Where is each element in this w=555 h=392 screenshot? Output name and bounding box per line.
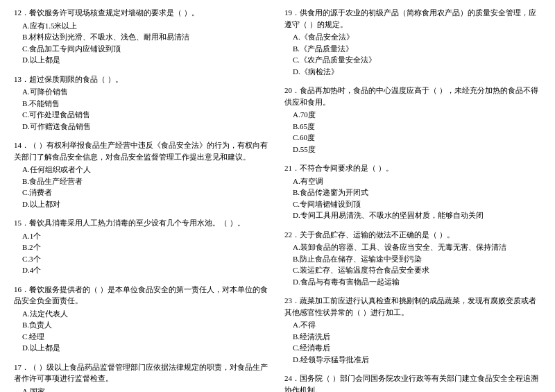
question-13-option-a: A.可降价销售: [14, 86, 271, 98]
question-16-option-b: B.负责人: [14, 319, 271, 331]
question-16: 16．餐饮服务提供者的（ ）是本单位食品安全的第一责任人，对本单位的食品安全负全…: [14, 284, 271, 354]
question-19: 19．供食用的源于农业的初级产品（简称食用农产品）的质量安全管理，应遵守（ ）的…: [284, 7, 541, 77]
question-16-option-a: A.法定代表人: [14, 308, 271, 320]
question-21-option-c: C.专间墙裙铺设到顶: [284, 198, 541, 210]
page-content: 12．餐饮服务许可现场核查规定对墙砌的要求是（ ）。 A.应有1.5米以上 B.…: [14, 7, 541, 392]
question-14-option-d: D.以上都对: [14, 198, 271, 210]
question-23-option-c: C.经消毒后: [284, 342, 541, 354]
question-19-title: 19．供食用的源于农业的初级产品（简称食用农产品）的质量安全管理，应遵守（ ）的…: [284, 7, 541, 30]
question-14-title: 14．（ ）有权利举报食品生产经营中违反《食品安全法》的行为，有权向有关部门了解…: [14, 139, 271, 162]
question-22-option-d: D.食品与有毒有害物品一起运输: [284, 276, 541, 288]
question-20-option-b: B.65度: [284, 121, 541, 133]
question-14-option-a: A.任何组织或者个人: [14, 164, 271, 176]
question-13-option-c: C.可作处理食品销售: [14, 109, 271, 121]
question-23-option-b: B.经清洗后: [284, 331, 541, 343]
question-12-option-a: A.应有1.5米以上: [14, 20, 271, 32]
question-15-option-a: A.1个: [14, 230, 271, 242]
question-22: 22．关于食品贮存、运输的做法不正确的是（ ）。 A.装卸食品的容器、工具、设备…: [284, 229, 541, 288]
left-column: 12．餐饮服务许可现场核查规定对墙砌的要求是（ ）。 A.应有1.5米以上 B.…: [14, 7, 271, 392]
question-20-option-c: C.60度: [284, 132, 541, 144]
question-20-option-d: D.55度: [284, 144, 541, 155]
question-12-option-b: B.材料应达到光滑、不吸水、浅色、耐用和易清洁: [14, 31, 271, 43]
question-21-option-a: A.有空调: [284, 176, 541, 187]
question-16-option-c: C.经理: [14, 331, 271, 343]
question-19-option-a: A.《食品安全法》: [284, 31, 541, 43]
question-23: 23．蔬菜加工前应进行认真检查和挑剔制的成品蔬菜，发现有腐败变质或者其他感官性状…: [284, 295, 541, 365]
question-12: 12．餐饮服务许可现场核查规定对墙砌的要求是（ ）。 A.应有1.5米以上 B.…: [14, 7, 271, 66]
question-20-option-a: A.70度: [284, 109, 541, 121]
question-22-option-b: B.防止食品在储存、运输途中受到污染: [284, 253, 541, 265]
question-24: 24．国务院（ ）部门会同国务院农业行政等有关部门建立食品安全全程追溯协作机制。…: [284, 373, 541, 392]
right-column: 19．供食用的源于农业的初级产品（简称食用农产品）的质量安全管理，应遵守（ ）的…: [284, 7, 541, 392]
question-21-option-b: B.食品传递窗为开闭式: [284, 187, 541, 198]
question-15: 15．餐饮具消毒采用人工热力消毒的至少设有几个专用水池。（ ）。 A.1个 B.…: [14, 217, 271, 276]
question-21: 21．不符合专间要求的是（ ）。 A.有空调 B.食品传递窗为开闭式 C.专间墙…: [284, 162, 541, 221]
question-19-option-d: D.《病检法》: [284, 66, 541, 78]
question-13-option-d: D.可作赠送食品销售: [14, 121, 271, 133]
question-20: 20．食品再加热时，食品的中心温度应高于（ ），未经充分加热的食品不得供应和食用…: [284, 85, 541, 155]
question-15-title: 15．餐饮具消毒采用人工热力消毒的至少设有几个专用水池。（ ）。: [14, 217, 271, 229]
question-14-option-c: C.消费者: [14, 187, 271, 198]
question-19-option-b: B.《产品质量法》: [284, 43, 541, 55]
question-17-option-a: A.国家: [14, 386, 271, 393]
question-12-title: 12．餐饮服务许可现场核查规定对墙砌的要求是（ ）。: [14, 7, 271, 19]
question-15-option-d: D.4个: [14, 264, 271, 276]
question-22-option-a: A.装卸食品的容器、工具、设备应当安全、无毒无害、保持清洁: [284, 241, 541, 253]
question-14-option-b: B.食品生产经营者: [14, 176, 271, 187]
question-12-option-c: C.食品加工专间内应铺设到顶: [14, 43, 271, 55]
question-24-title: 24．国务院（ ）部门会同国务院农业行政等有关部门建立食品安全全程追溯协作机制。: [284, 373, 541, 392]
question-22-option-c: C.装运贮存、运输温度符合食品安全要求: [284, 264, 541, 276]
question-15-option-c: C.3个: [14, 253, 271, 265]
question-13: 13．超过保质期限的食品（ ）。 A.可降价销售 B.不能销售 C.可作处理食品…: [14, 74, 271, 133]
question-14: 14．（ ）有权利举报食品生产经营中违反《食品安全法》的行为，有权向有关部门了解…: [14, 139, 271, 210]
question-16-option-d: D.以上都是: [14, 342, 271, 354]
question-13-option-b: B.不能销售: [14, 98, 271, 110]
question-12-option-d: D.以上都是: [14, 54, 271, 66]
question-19-option-c: C.《农产品质量安全法》: [284, 54, 541, 66]
question-21-option-d: D.专间工具用易清洗、不吸水的坚固材质，能够自动关闭: [284, 210, 541, 221]
question-13-title: 13．超过保质期限的食品（ ）。: [14, 74, 271, 85]
question-23-option-d: D.经领导示猛导批准后: [284, 354, 541, 366]
question-17-title: 17．（ ）级以上食品药品监督管理部门应依据法律规定的职责，对食品生产者作许可事…: [14, 361, 271, 384]
question-22-title: 22．关于食品贮存、运输的做法不正确的是（ ）。: [284, 229, 541, 241]
question-20-title: 20．食品再加热时，食品的中心温度应高于（ ），未经充分加热的食品不得供应和食用…: [284, 85, 541, 108]
question-21-title: 21．不符合专间要求的是（ ）。: [284, 162, 541, 174]
question-15-option-b: B.2个: [14, 241, 271, 253]
question-17: 17．（ ）级以上食品药品监督管理部门应依据法律规定的职责，对食品生产者作许可事…: [14, 361, 271, 393]
question-16-title: 16．餐饮服务提供者的（ ）是本单位食品安全的第一责任人，对本单位的食品安全负全…: [14, 284, 271, 307]
question-23-title: 23．蔬菜加工前应进行认真检查和挑剔制的成品蔬菜，发现有腐败变质或者其他感官性状…: [284, 295, 541, 318]
question-23-option-a: A.不得: [284, 319, 541, 331]
